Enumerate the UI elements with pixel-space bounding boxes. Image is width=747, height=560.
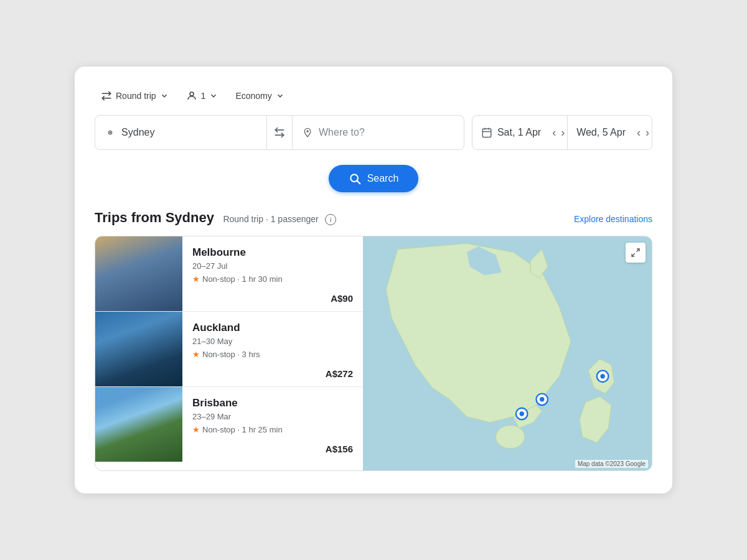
destination-input[interactable] — [319, 127, 454, 138]
passengers-button[interactable]: 1 — [180, 86, 225, 105]
location-input-group: Sydney — [95, 115, 464, 150]
destination-field[interactable] — [293, 116, 464, 149]
expand-icon — [631, 248, 641, 258]
round-trip-icon — [101, 90, 112, 101]
map-expand-button[interactable] — [626, 243, 646, 263]
person-icon — [186, 90, 197, 101]
trip-nonstop: ★ Non-stop · 3 hrs — [192, 350, 353, 359]
results-subtitle: Round trip · 1 passenger — [223, 214, 318, 224]
chevron-down-icon — [160, 91, 169, 100]
sydney-dot-inner — [540, 398, 544, 402]
depart-date-field[interactable]: Sat, 1 Apr — [472, 116, 550, 149]
origin-icon — [105, 127, 115, 138]
svg-line-13 — [632, 254, 635, 257]
map-attribution: Map data ©2023 Google — [575, 460, 648, 468]
star-icon: ★ — [192, 425, 200, 434]
trip-dates: 20–27 Jul — [192, 261, 353, 271]
return-date-field[interactable]: Wed, 5 Apr — [568, 116, 634, 149]
trip-item[interactable]: Auckland 21–30 May ★ Non-stop · 3 hrs A$… — [95, 312, 363, 387]
svg-line-9 — [357, 181, 360, 184]
search-button-container: Search — [95, 165, 652, 192]
svg-point-0 — [190, 92, 194, 96]
main-card: Round trip 1 Economy Sydney — [75, 67, 672, 493]
trip-info: Brisbane 23–29 Mar ★ Non-stop · 1 hr 25 … — [182, 387, 363, 462]
top-bar: Round trip 1 Economy — [95, 86, 652, 105]
return-date-label: Wed, 5 Apr — [576, 127, 626, 138]
trip-dates: 23–29 Mar — [192, 412, 353, 421]
origin-input[interactable]: Sydney — [121, 127, 256, 138]
trip-dates: 21–30 May — [192, 337, 353, 346]
map-svg — [363, 236, 652, 470]
origin-field[interactable]: Sydney — [95, 116, 266, 149]
svg-point-3 — [306, 131, 308, 133]
trip-image — [95, 387, 182, 462]
return-next-button[interactable]: › — [643, 116, 652, 149]
star-icon: ★ — [192, 274, 200, 284]
passengers-label: 1 — [201, 91, 206, 101]
search-row: Sydney — [95, 115, 652, 150]
map-container: Map data ©2023 Google — [363, 236, 652, 470]
svg-point-2 — [110, 133, 110, 133]
trip-type-label: Round trip — [116, 91, 156, 101]
chevron-down-icon2 — [209, 91, 218, 100]
explore-link[interactable]: Explore destinations — [574, 214, 652, 224]
return-prev-button[interactable]: ‹ — [634, 116, 643, 149]
trip-info: Auckland 21–30 May ★ Non-stop · 3 hrs A$… — [182, 312, 363, 386]
search-button-label: Search — [367, 173, 399, 184]
class-label: Economy — [235, 91, 271, 101]
info-icon[interactable]: i — [325, 214, 336, 225]
trip-nonstop: ★ Non-stop · 1 hr 25 min — [192, 425, 353, 434]
trip-image — [95, 312, 182, 386]
depart-date-label: Sat, 1 Apr — [497, 127, 541, 138]
svg-line-12 — [636, 249, 639, 252]
depart-next-button[interactable]: › — [558, 116, 567, 149]
melbourne-dot-inner — [519, 412, 524, 416]
destination-icon — [303, 127, 312, 138]
star-icon: ★ — [192, 350, 200, 359]
trip-name: Melbourne — [192, 246, 353, 259]
swap-icon — [273, 126, 286, 139]
trip-name: Auckland — [192, 322, 353, 334]
calendar-icon — [481, 127, 492, 138]
depart-prev-button[interactable]: ‹ — [550, 116, 558, 149]
trip-price: A$156 — [192, 444, 353, 454]
trip-list: Melbourne 20–27 Jul ★ Non-stop · 1 hr 30… — [95, 236, 363, 470]
results-title-group: Trips from Sydney Round trip · 1 passeng… — [95, 210, 336, 226]
results-title: Trips from Sydney — [95, 210, 214, 225]
search-button[interactable]: Search — [329, 165, 419, 192]
trip-item[interactable]: Melbourne 20–27 Jul ★ Non-stop · 1 hr 30… — [95, 236, 363, 312]
chevron-down-icon3 — [276, 91, 284, 100]
results-body: Melbourne 20–27 Jul ★ Non-stop · 1 hr 30… — [95, 236, 652, 470]
trip-price: A$272 — [192, 368, 353, 379]
trip-nonstop: ★ Non-stop · 1 hr 30 min — [192, 274, 353, 284]
search-icon — [349, 172, 361, 185]
svg-point-11 — [496, 426, 524, 449]
swap-button[interactable] — [266, 116, 293, 149]
trip-image — [95, 236, 182, 311]
date-group: Sat, 1 Apr ‹ › Wed, 5 Apr ‹ › — [472, 115, 652, 150]
trip-info: Melbourne 20–27 Jul ★ Non-stop · 1 hr 30… — [182, 236, 363, 311]
trip-name: Brisbane — [192, 397, 353, 409]
results-header: Trips from Sydney Round trip · 1 passeng… — [95, 210, 652, 226]
trip-type-button[interactable]: Round trip — [95, 86, 175, 105]
trip-item[interactable]: Brisbane 23–29 Mar ★ Non-stop · 1 hr 25 … — [95, 387, 363, 462]
svg-rect-4 — [482, 129, 491, 138]
class-button[interactable]: Economy — [229, 87, 290, 105]
auckland-dot-inner — [600, 374, 604, 378]
trip-price: A$90 — [192, 293, 353, 304]
